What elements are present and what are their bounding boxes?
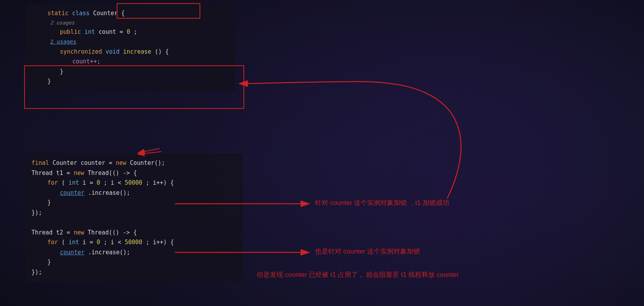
top-code-line2: public int count = 0 ; xyxy=(32,27,229,37)
top-code-line1: static class Counter { xyxy=(32,9,229,19)
usages-hint-1: 2 usages xyxy=(32,19,229,27)
bottom-line11: } xyxy=(32,257,237,268)
bottom-line12: }); xyxy=(32,268,237,278)
top-code-line6: } xyxy=(32,77,229,87)
bottom-line3: for ( int i = 0 ; i < 50000 ; i++) { xyxy=(32,178,237,188)
top-code-line3: synchronized void increase () { xyxy=(32,47,229,57)
curved-arrow-sync xyxy=(247,82,461,198)
bottom-code-block: final Counter counter = new Counter(); T… xyxy=(25,154,243,282)
bottom-line2: Thread t1 = new Thread(() -> { xyxy=(32,168,237,178)
bottom-line10: counter .increase(); xyxy=(32,248,237,258)
bottom-line5: } xyxy=(32,198,237,208)
annotation-block-explanation: 但是发现 counter 已经被 t1 占用了， 就会阻塞至 t1 线程释放 c… xyxy=(257,270,459,279)
bottom-line9: for ( int i = 0 ; i < 50000 ; i++) { xyxy=(32,238,237,248)
usages-hint-2: 2 usages xyxy=(32,37,229,47)
bottom-line8: Thread t2 = new Thread(() -> { xyxy=(32,228,237,238)
bottom-line6: }); xyxy=(32,208,237,218)
annotation-t1-lock: 针对 counter 这个实例对象加锁 ，t1 加锁成功 xyxy=(315,198,449,207)
top-code-line4: count++; xyxy=(32,57,229,67)
bottom-line4: counter .increase(); xyxy=(32,188,237,198)
top-code-block: static class Counter { 2 usages public i… xyxy=(25,4,235,91)
bottom-line1: final Counter counter = new Counter(); xyxy=(32,158,237,168)
small-arrow-1 xyxy=(144,149,159,152)
bottom-line7 xyxy=(32,218,237,228)
top-code-line5: } xyxy=(32,67,229,77)
annotation-t2-lock: 也是针对 counter 这个实例对象加锁 xyxy=(315,247,420,256)
